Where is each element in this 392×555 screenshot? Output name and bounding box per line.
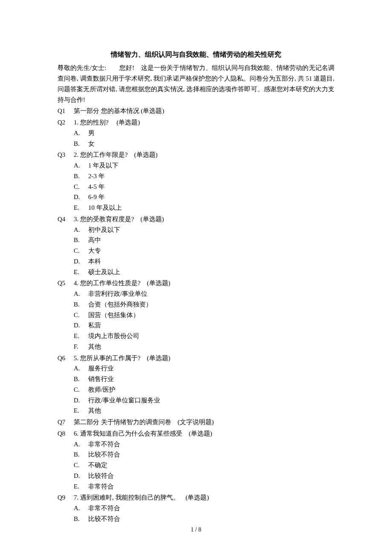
option-text: 销售行业: [88, 374, 114, 384]
question-row: Q43. 您的受教育程度是? (单选题): [58, 214, 334, 225]
question-number: Q1: [58, 106, 74, 116]
option-row: D.行政/事业单位窗口服务业: [74, 395, 334, 406]
question-row: Q54. 您的工作单位性质是? (单选题): [58, 278, 334, 289]
option-text: 其他: [88, 405, 101, 416]
question-block: Q1第一部分 您的基本情况 (单选题): [58, 106, 334, 116]
question-number: Q7: [58, 417, 74, 428]
option-letter: E.: [74, 267, 88, 278]
option-row: D.本科: [74, 256, 334, 267]
options-list: A.非常不符合B.比较不符合C.不确定D.比较符合E.非常符合: [58, 439, 334, 492]
option-letter: C.: [74, 460, 88, 471]
option-row: B.女: [74, 139, 334, 149]
option-letter: E.: [74, 202, 88, 213]
question-row: Q1第一部分 您的基本情况 (单选题): [58, 106, 334, 116]
document-title: 情绪智力、组织认同与自我效能、情绪劳动的相关性研究: [58, 49, 334, 60]
option-row: A.非营利行政/事业单位: [74, 289, 334, 299]
option-text: 不确定: [88, 460, 107, 471]
option-row: A.男: [74, 128, 334, 139]
option-letter: A.: [74, 160, 88, 171]
option-text: 男: [88, 128, 95, 139]
question-number: Q8: [58, 428, 74, 439]
option-row: A.非常不符合: [74, 439, 334, 450]
question-number: Q4: [58, 214, 74, 225]
option-row: A.1 年及以下: [74, 160, 334, 171]
option-text: 境内上市股份公司: [88, 331, 139, 341]
option-row: A.非常不符合: [74, 503, 334, 514]
question-block: Q86. 通常我知道自己为什么会有某些感受 (单选题)A.非常不符合B.比较不符…: [58, 428, 334, 492]
option-text: 非常符合: [88, 481, 114, 492]
option-row: C.国营（包括集体）: [74, 310, 334, 321]
option-letter: B.: [74, 235, 88, 246]
option-row: B.比较不符合: [74, 514, 334, 524]
option-row: E.其他: [74, 405, 334, 416]
option-text: 10 年及以上: [88, 202, 122, 213]
option-text: 非常不符合: [88, 503, 120, 514]
option-text: 比较符合: [88, 471, 114, 481]
option-letter: B.: [74, 171, 88, 182]
option-text: 非营利行政/事业单位: [88, 289, 147, 299]
option-row: E.非常符合: [74, 481, 334, 492]
options-list: A.非常不符合B.比较不符合: [58, 503, 334, 524]
option-letter: B.: [74, 374, 88, 384]
option-row: B.高中: [74, 235, 334, 246]
option-letter: D.: [74, 256, 88, 267]
option-row: E.10 年及以上: [74, 202, 334, 213]
question-block: Q7第二部分 关于情绪智力的调查问卷 (文字说明题): [58, 417, 334, 428]
question-number: Q5: [58, 278, 74, 289]
option-row: E.硕士及以上: [74, 267, 334, 278]
option-text: 非常不符合: [88, 439, 120, 450]
question-block: Q97. 遇到困难时, 我能控制自己的脾气。 (单选题)A.非常不符合B.比较不…: [58, 492, 334, 524]
option-letter: C.: [74, 246, 88, 256]
option-letter: E.: [74, 481, 88, 492]
option-letter: E.: [74, 331, 88, 341]
option-letter: A.: [74, 503, 88, 514]
option-text: 大专: [88, 246, 101, 256]
question-row: Q7第二部分 关于情绪智力的调查问卷 (文字说明题): [58, 417, 334, 428]
questions-container: Q1第一部分 您的基本情况 (单选题)Q21. 您的性别? (单选题)A.男B.…: [58, 106, 334, 524]
question-number: Q3: [58, 150, 74, 160]
option-letter: C.: [74, 182, 88, 192]
option-letter: D.: [74, 192, 88, 202]
option-text: 1 年及以下: [88, 160, 118, 171]
option-row: C.不确定: [74, 460, 334, 471]
intro-paragraph: 尊敬的先生/女士: 您好! 这是一份关于情绪智力、组织认同与自我效能、情绪劳动的…: [58, 63, 334, 105]
options-list: A.初中及以下B.高中C.大专D.本科E.硕士及以上: [58, 225, 334, 278]
option-letter: A.: [74, 363, 88, 374]
question-text: 第一部分 您的基本情况 (单选题): [74, 106, 334, 116]
option-text: 比较不符合: [88, 449, 120, 460]
option-letter: F.: [74, 341, 88, 352]
question-block: Q65. 您所从事的工作属于? (单选题)A.服务行业B.销售行业C.教师/医护…: [58, 353, 334, 416]
option-text: 比较不符合: [88, 514, 120, 524]
question-text: 5. 您所从事的工作属于? (单选题): [74, 353, 334, 364]
option-text: 高中: [88, 235, 101, 246]
question-block: Q43. 您的受教育程度是? (单选题)A.初中及以下B.高中C.大专D.本科E…: [58, 214, 334, 278]
option-text: 初中及以下: [88, 225, 120, 235]
options-list: A.男B.女: [58, 128, 334, 149]
question-text: 2. 您的工作年限是? (单选题): [74, 150, 334, 160]
option-letter: B.: [74, 299, 88, 310]
option-row: C.4-5 年: [74, 182, 334, 192]
option-letter: B.: [74, 449, 88, 460]
option-letter: E.: [74, 405, 88, 416]
option-text: 硕士及以上: [88, 267, 120, 278]
option-letter: C.: [74, 310, 88, 321]
option-row: B.2-3 年: [74, 171, 334, 182]
question-block: Q54. 您的工作单位性质是? (单选题)A.非营利行政/事业单位B.合资（包括…: [58, 278, 334, 352]
page-footer: 1 / 8: [0, 525, 392, 535]
option-row: E.境内上市股份公司: [74, 331, 334, 341]
option-letter: C.: [74, 384, 88, 395]
option-text: 6-9 年: [88, 192, 105, 202]
option-text: 4-5 年: [88, 182, 105, 192]
option-text: 国营（包括集体）: [88, 310, 139, 321]
question-row: Q97. 遇到困难时, 我能控制自己的脾气。 (单选题): [58, 492, 334, 503]
option-text: 私营: [88, 320, 101, 331]
question-number: Q9: [58, 492, 74, 503]
options-list: A.服务行业B.销售行业C.教师/医护D.行政/事业单位窗口服务业E.其他: [58, 363, 334, 416]
question-text: 7. 遇到困难时, 我能控制自己的脾气。 (单选题): [74, 492, 334, 503]
option-letter: D.: [74, 395, 88, 406]
option-text: 服务行业: [88, 363, 114, 374]
option-letter: D.: [74, 320, 88, 331]
option-row: C.大专: [74, 246, 334, 256]
option-letter: A.: [74, 128, 88, 139]
question-row: Q32. 您的工作年限是? (单选题): [58, 150, 334, 160]
